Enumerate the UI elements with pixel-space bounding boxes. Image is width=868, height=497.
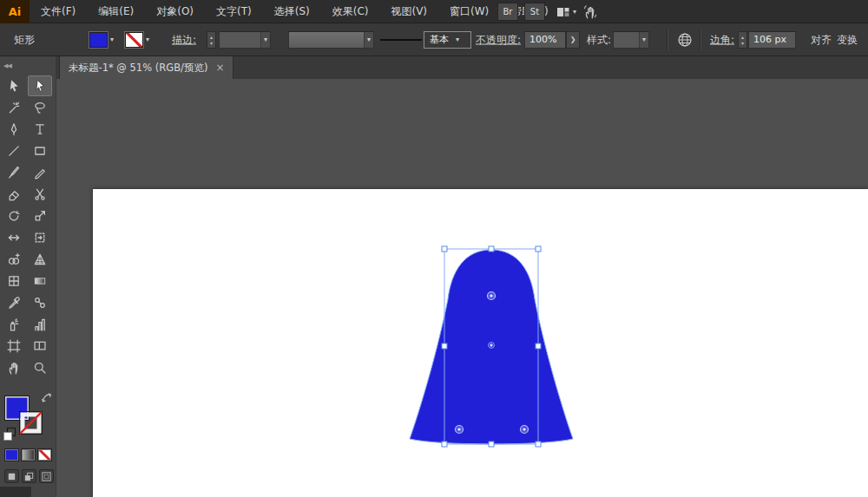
menu-item-window[interactable]: 窗口(W) (438, 0, 500, 23)
chevron-down-icon: ▾ (146, 36, 149, 43)
lasso-tool[interactable] (28, 97, 52, 118)
stroke-width-combo[interactable]: ▾ (219, 31, 271, 49)
rotate-tool[interactable] (2, 206, 26, 226)
document-tab-bar: 未标题-1* @ 51% (RGB/预览) × (56, 56, 868, 79)
zoom-tool[interactable] (28, 357, 52, 378)
symbol-sprayer-tool[interactable] (2, 314, 26, 335)
stroke-panel-link[interactable]: 描边: (172, 32, 196, 47)
corner-radius-widget[interactable] (488, 292, 496, 300)
menu-item-effect[interactable]: 效果(C) (321, 0, 380, 23)
recolor-artwork-icon[interactable] (677, 32, 693, 48)
menu-items: 文件(F)编辑(E)对象(O)文字(T)选择(S)效果(C)视图(V)窗口(W)… (30, 0, 560, 23)
style-label: 样式: (587, 32, 611, 47)
gradient-tool[interactable] (28, 271, 52, 291)
slice-tool[interactable] (28, 336, 52, 356)
stroke-color-well[interactable]: ▾ (125, 32, 149, 48)
rotate-tool-icon (7, 209, 21, 223)
pencil-tool-icon (33, 166, 47, 180)
fill-color-swatch (89, 32, 108, 48)
selection-handle[interactable] (442, 343, 447, 349)
menu-item-view[interactable]: 视图(V) (379, 0, 438, 23)
eyedropper-tool[interactable] (2, 292, 26, 313)
align-panel-button[interactable]: 对齐 (811, 32, 832, 47)
chevron-down-icon: ▾ (260, 32, 270, 48)
width-tool[interactable] (2, 227, 26, 248)
selection-handle[interactable] (489, 246, 494, 252)
draw-normal-button[interactable] (4, 469, 19, 483)
corner-stepper[interactable]: ▴▾ (738, 31, 747, 49)
perspective-grid-tool-icon (33, 252, 47, 266)
stroke-width-stepper[interactable]: ▴▾ (207, 31, 216, 49)
tab-close-button[interactable]: × (215, 62, 224, 74)
pen-tool[interactable] (2, 119, 26, 140)
fill-color-well[interactable]: ▾ (89, 32, 114, 48)
illustrator-window: Ai 文件(F)编辑(E)对象(O)文字(T)选择(S)效果(C)视图(V)窗口… (0, 0, 868, 497)
magic-wand-tool[interactable] (2, 97, 26, 118)
free-transform-tool[interactable] (28, 227, 52, 248)
tools-panel: ◀◀ (0, 56, 56, 497)
menu-item-type[interactable]: 文字(T) (205, 0, 263, 23)
panel-collapse-button[interactable]: ◀◀ (0, 56, 56, 75)
corner-radius-widget[interactable] (521, 426, 529, 434)
canvas-area[interactable] (56, 79, 868, 497)
bell-shape[interactable] (410, 250, 573, 444)
perspective-grid-tool[interactable] (28, 249, 52, 270)
style-combo[interactable]: ▾ (613, 31, 649, 49)
corner-field[interactable]: 106 px (748, 31, 796, 49)
draw-inside-button[interactable] (39, 469, 54, 483)
mesh-tool[interactable] (2, 271, 26, 291)
menu-item-select[interactable]: 选择(S) (263, 0, 321, 23)
menu-item-object[interactable]: 对象(O) (145, 0, 205, 23)
selection-handle[interactable] (442, 441, 447, 447)
separator (667, 29, 668, 50)
rectangle-tool[interactable] (28, 141, 52, 161)
opacity-panel-link[interactable]: 不透明度: (476, 32, 521, 47)
document-tab[interactable]: 未标题-1* @ 51% (RGB/预览) × (59, 56, 233, 79)
eraser-tool[interactable] (2, 184, 26, 205)
brush-definition-combo[interactable]: 基本 ▾ (424, 31, 471, 49)
scale-tool[interactable] (28, 206, 52, 226)
selection-handle[interactable] (536, 343, 541, 349)
scale-tool-icon (33, 209, 47, 223)
corner-panel-link[interactable]: 边角: (710, 32, 734, 47)
column-graph-tool[interactable] (28, 314, 52, 335)
menu-item-edit[interactable]: 编辑(E) (87, 0, 145, 23)
default-swatches-icon[interactable] (3, 432, 12, 441)
selection-handle[interactable] (536, 246, 541, 252)
transform-panel-button[interactable]: 变换 (837, 32, 858, 47)
line-segment-tool[interactable] (2, 141, 26, 161)
selection-handle[interactable] (489, 441, 494, 447)
shape-builder-tool[interactable] (2, 249, 26, 270)
width-profile-combo[interactable]: ▾ (288, 31, 374, 49)
selection-handle[interactable] (442, 246, 447, 252)
color-mode-buttons (4, 448, 52, 461)
hand-tool[interactable] (2, 357, 26, 378)
gradient-button[interactable] (21, 448, 36, 461)
artboard-tool[interactable] (2, 336, 26, 356)
swap-fill-stroke-icon[interactable] (42, 393, 54, 403)
selection-tool[interactable] (2, 75, 26, 96)
menu-item-file[interactable]: 文件(F) (30, 0, 87, 23)
opacity-expand-button[interactable]: ❯ (566, 31, 580, 49)
opacity-field[interactable]: 100% (524, 31, 566, 49)
hand-gesture-icon[interactable] (582, 5, 598, 19)
stroke-proxy[interactable] (19, 411, 43, 435)
selection-tool-icon (7, 79, 21, 93)
color-button[interactable] (4, 448, 19, 461)
type-tool[interactable] (28, 119, 52, 140)
draw-behind-button[interactable] (22, 469, 36, 483)
pencil-tool[interactable] (28, 162, 52, 183)
bridge-button[interactable]: Br (497, 3, 518, 21)
document-tab-title: 未标题-1* @ 51% (RGB/预览) (69, 62, 207, 75)
selection-handle[interactable] (536, 441, 541, 447)
none-button[interactable] (37, 448, 52, 461)
workspace-switcher[interactable]: ▾ (556, 6, 576, 18)
stock-button[interactable]: St (524, 3, 545, 21)
corner-radius-widget[interactable] (456, 426, 464, 434)
menu-right-cluster: Br St ▾ (497, 0, 598, 23)
scissors-tool[interactable] (28, 184, 52, 205)
separator (700, 29, 701, 50)
blend-tool[interactable] (28, 292, 52, 313)
paintbrush-tool[interactable] (2, 162, 26, 183)
direct-selection-tool[interactable] (28, 75, 52, 96)
